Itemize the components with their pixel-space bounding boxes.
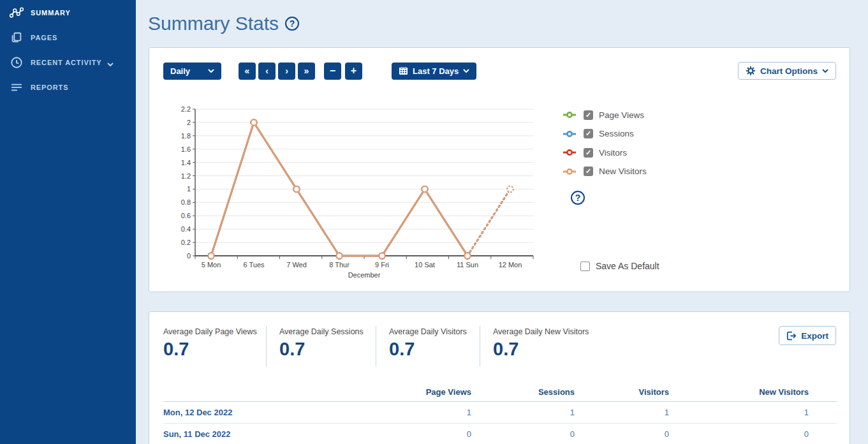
svg-text:1: 1	[187, 185, 191, 193]
chevron-down-icon	[107, 57, 114, 69]
legend-item-sessions[interactable]: ✓ Sessions	[563, 129, 647, 139]
row-visitors: 0	[575, 423, 669, 444]
header-page-views: Page Views	[367, 383, 471, 401]
stat-label: Average Daily Visitors	[389, 327, 480, 336]
date-range-value: Last 7 Days	[413, 66, 459, 76]
main-content: Summary Stats ? Daily « ‹ › » − +	[136, 0, 868, 444]
daily-stats-table: Page Views Sessions Visitors New Visitor…	[163, 383, 837, 444]
pages-icon	[9, 31, 24, 45]
svg-text:1.8: 1.8	[181, 132, 191, 140]
stat-value: 0.7	[493, 339, 589, 360]
chevron-down-icon	[822, 69, 828, 73]
table-header-row: Page Views Sessions Visitors New Visitor…	[163, 383, 837, 401]
series-marker-icon	[563, 130, 577, 138]
chart-help-icon[interactable]: ?	[571, 191, 585, 205]
sidebar-item-label: PAGES	[31, 34, 57, 41]
svg-text:1.6: 1.6	[181, 145, 191, 153]
stat-value: 0.7	[389, 339, 480, 360]
page-views-checkbox[interactable]: ✓	[584, 110, 593, 120]
page-title-text: Summary Stats	[148, 13, 279, 34]
row-date[interactable]: Mon, 12 Dec 2022	[163, 401, 367, 423]
row-sessions: 1	[471, 401, 575, 423]
nav-last-button[interactable]: »	[298, 63, 315, 80]
header-new-visitors: New Visitors	[669, 383, 837, 401]
row-page-views: 1	[367, 401, 471, 423]
nav-prev-button[interactable]: ‹	[258, 63, 276, 80]
chevron-down-icon	[463, 69, 469, 73]
header-sessions: Sessions	[471, 383, 575, 401]
sidebar-item-recent-activity[interactable]: RECENT ACTIVITY	[0, 50, 136, 75]
save-as-default-checkbox[interactable]	[580, 262, 590, 271]
series-marker-icon	[563, 149, 577, 156]
row-date[interactable]: Sun, 11 Dec 2022	[163, 423, 367, 444]
stat-value: 0.7	[163, 339, 266, 360]
header-date	[163, 383, 367, 401]
svg-text:0.6: 0.6	[181, 212, 191, 219]
nav-next-button[interactable]: ›	[278, 63, 295, 80]
summary-chart: 00.20.40.60.811.21.41.61.822.25 Mon6 Tue…	[165, 101, 538, 280]
sidebar-item-label: SUMMARY	[31, 9, 71, 17]
row-page-views: 0	[367, 423, 471, 444]
stats-panel: Average Daily Page Views 0.7 Average Dai…	[149, 311, 850, 444]
svg-text:10 Sat: 10 Sat	[415, 261, 435, 269]
svg-text:9 Fri: 9 Fri	[375, 261, 389, 269]
legend-item-new-visitors[interactable]: ✓ New Visitors	[563, 166, 647, 177]
svg-text:2.2: 2.2	[181, 105, 191, 113]
stat-label: Average Daily Sessions	[279, 327, 376, 336]
date-range-select[interactable]: Last 7 Days	[392, 63, 476, 80]
series-marker-icon	[563, 111, 577, 119]
sidebar-item-pages[interactable]: PAGES	[0, 25, 136, 50]
svg-text:1.4: 1.4	[181, 159, 191, 166]
svg-text:0.2: 0.2	[181, 239, 191, 246]
sidebar-item-label: REPORTS	[31, 84, 68, 91]
clock-icon	[9, 56, 24, 70]
chart-toolbar: Daily « ‹ › » − +	[163, 62, 836, 80]
page-help-icon[interactable]: ?	[285, 17, 299, 31]
svg-text:11 Sun: 11 Sun	[457, 261, 478, 269]
row-visitors: 1	[575, 401, 669, 423]
visitors-checkbox[interactable]: ✓	[584, 148, 593, 158]
nav-first-button[interactable]: «	[239, 63, 256, 80]
export-label: Export	[801, 331, 828, 341]
series-marker-icon	[563, 168, 577, 175]
svg-text:7 Wed: 7 Wed	[286, 261, 307, 269]
stat-avg-new-visitors: Average Daily New Visitors 0.7	[480, 326, 589, 367]
interval-select[interactable]: Daily	[163, 63, 221, 80]
svg-text:2: 2	[187, 119, 191, 126]
stat-avg-page-views: Average Daily Page Views 0.7	[163, 326, 267, 367]
svg-text:12 Mon: 12 Mon	[499, 261, 522, 269]
calendar-icon	[399, 66, 408, 75]
table-row[interactable]: Sun, 11 Dec 2022 0 0 0 0	[163, 423, 837, 444]
zoom-out-button[interactable]: −	[324, 63, 341, 80]
stat-cards: Average Daily Page Views 0.7 Average Dai…	[163, 326, 589, 367]
row-sessions: 0	[471, 423, 575, 444]
table-row[interactable]: Mon, 12 Dec 2022 1 1 1 1	[163, 401, 837, 423]
sidebar-item-summary[interactable]: SUMMARY	[0, 0, 136, 25]
chart-options-button[interactable]: Chart Options	[738, 62, 836, 80]
sidebar-item-reports[interactable]: REPORTS	[0, 75, 136, 100]
chart-legend: ✓ Page Views ✓ Sessions ✓ Visitors ✓ New…	[563, 110, 647, 185]
sidebar: SUMMARY PAGES RECENT ACTIVITY	[0, 0, 136, 444]
save-as-default-label: Save As Default	[596, 261, 659, 271]
zoom-in-button[interactable]: +	[345, 63, 362, 80]
legend-item-page-views[interactable]: ✓ Page Views	[563, 110, 647, 120]
legend-label: Page Views	[599, 110, 644, 120]
new-visitors-checkbox[interactable]: ✓	[584, 166, 593, 176]
gear-icon	[746, 66, 756, 76]
header-visitors: Visitors	[575, 383, 669, 401]
row-new-visitors: 0	[669, 423, 837, 444]
svg-text:0.4: 0.4	[181, 225, 191, 233]
svg-text:December: December	[348, 271, 381, 279]
legend-label: Sessions	[599, 129, 634, 138]
legend-item-visitors[interactable]: ✓ Visitors	[563, 147, 647, 158]
stat-label: Average Daily New Visitors	[493, 327, 589, 336]
chevron-down-icon	[208, 69, 214, 73]
page-title: Summary Stats ?	[148, 13, 299, 34]
svg-text:0.8: 0.8	[181, 198, 191, 206]
save-as-default[interactable]: Save As Default	[580, 261, 659, 271]
legend-label: New Visitors	[599, 166, 647, 176]
export-button[interactable]: Export	[779, 326, 836, 345]
stat-label: Average Daily Page Views	[163, 327, 266, 336]
sessions-checkbox[interactable]: ✓	[584, 129, 593, 138]
legend-label: Visitors	[599, 148, 627, 158]
